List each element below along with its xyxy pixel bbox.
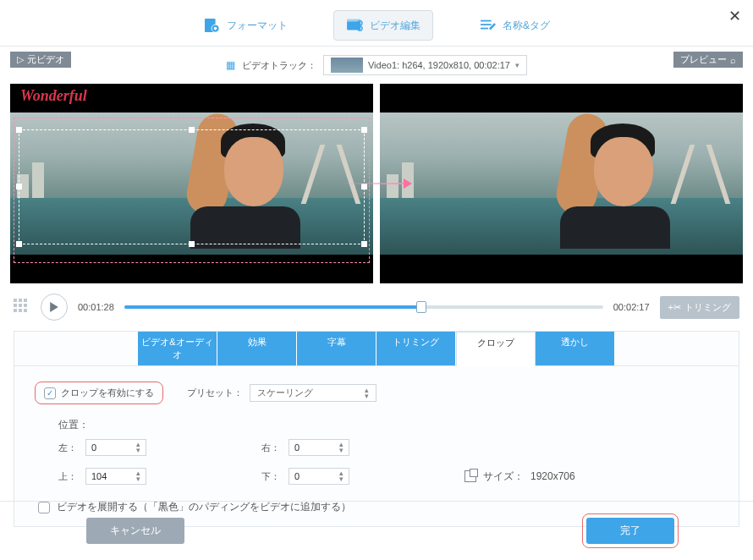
preview-tag: プレビュー ⌕ — [673, 52, 743, 68]
crop-handle[interactable] — [16, 127, 22, 133]
cancel-button[interactable]: キャンセル — [86, 518, 184, 544]
film-strip-icon: ▦ — [226, 59, 235, 71]
track-label: ビデオトラック： — [242, 59, 316, 72]
edit-tabs: ビデオ&オーディオ 効果 字幕 トリミング クロップ 透かし — [14, 332, 739, 366]
tab-format[interactable]: フォーマット — [191, 11, 300, 40]
preview-area: Wonderful — [0, 84, 753, 283]
arrow-right-icon — [339, 183, 410, 184]
edit-tab-va[interactable]: ビデオ&オーディオ — [138, 332, 217, 365]
top-label: 上： — [58, 470, 77, 483]
scissors-plus-icon: +✂ — [668, 302, 681, 313]
left-label: 左： — [58, 442, 77, 454]
left-value: 0 — [91, 442, 96, 453]
stepper-icon[interactable]: ▴▾ — [136, 470, 140, 482]
track-row: ▷ 元ビデオ ▦ ビデオトラック： Video1: h264, 1920x810… — [0, 47, 753, 84]
track-thumb-icon — [331, 58, 363, 73]
stepper-icon[interactable]: ▴▾ — [339, 470, 344, 482]
edit-panel: ビデオ&オーディオ 効果 字幕 トリミング クロップ 透かし クロップを有効にす… — [14, 331, 739, 527]
size-value: 1920x706 — [530, 470, 575, 482]
trim-label: トリミング — [684, 301, 731, 314]
list-pencil-icon — [479, 18, 497, 33]
crop-bounds-inner[interactable] — [19, 129, 365, 244]
edit-tab-crop[interactable]: クロップ — [456, 332, 536, 366]
enable-crop-highlight: クロップを有効にする — [35, 382, 163, 404]
video-track-select[interactable]: Video1: h264, 1920x810, 00:02:17 ▾ — [323, 55, 527, 75]
time-total: 00:02:17 — [613, 302, 650, 312]
stepper-icon[interactable]: ▴▾ — [136, 442, 140, 453]
svg-point-2 — [214, 27, 217, 30]
done-highlight: 完了 — [582, 513, 679, 548]
size-label: サイズ： — [483, 469, 524, 484]
tab-video-edit[interactable]: ビデオ編集 — [333, 10, 433, 41]
crop-handle[interactable] — [16, 241, 22, 247]
magnifier-icon: ⌕ — [730, 55, 736, 65]
edit-tab-watermark[interactable]: 透かし — [536, 332, 615, 365]
chevron-down-icon: ▾ — [515, 61, 519, 69]
left-input[interactable]: 0▴▾ — [85, 439, 146, 456]
grid-icon[interactable] — [14, 299, 30, 316]
crop-handle[interactable] — [189, 241, 195, 247]
done-button[interactable]: 完了 — [586, 518, 674, 544]
result-preview — [380, 84, 743, 283]
seek-fill — [124, 305, 421, 309]
seek-thumb[interactable] — [416, 301, 426, 313]
edit-tab-subtitle[interactable]: 字幕 — [297, 332, 376, 365]
tab-edit-label: ビデオ編集 — [370, 19, 420, 33]
preset-select[interactable]: スケーリング ▴▾ — [250, 384, 376, 402]
preset-label: プリセット： — [187, 387, 243, 399]
transport-bar: 00:01:28 00:02:17 +✂ トリミング — [0, 283, 753, 331]
document-gear-icon — [203, 18, 222, 33]
bottom-value: 0 — [294, 471, 300, 481]
trim-button[interactable]: +✂ トリミング — [660, 296, 739, 319]
source-preview[interactable]: Wonderful — [10, 84, 373, 283]
crop-handle[interactable] — [361, 184, 367, 189]
crop-handle[interactable] — [361, 127, 367, 133]
size-icon — [464, 470, 476, 482]
watermark-text: Wonderful — [20, 87, 87, 105]
crop-handle[interactable] — [189, 127, 195, 133]
track-value: Video1: h264, 1920x810, 00:02:17 — [368, 60, 510, 70]
enable-crop-checkbox[interactable] — [44, 387, 56, 399]
position-label: 位置： — [58, 418, 718, 432]
top-tabs: フォーマット ビデオ編集 名称&タグ — [0, 0, 753, 47]
bottom-input[interactable]: 0▴▾ — [289, 468, 349, 485]
top-input[interactable]: 104▴▾ — [85, 468, 146, 485]
stepper-icon: ▴▾ — [365, 387, 369, 399]
crop-handle[interactable] — [16, 184, 22, 189]
film-scissors-icon — [346, 18, 365, 33]
right-value: 0 — [294, 442, 300, 453]
time-current: 00:01:28 — [78, 302, 114, 312]
video-edit-dialog: ✕ フォーマット ビデオ編集 名称&タグ ▷ 元ビデオ ▦ ビデオトラック： V… — [0, 0, 753, 560]
edit-tab-trim[interactable]: トリミング — [376, 332, 456, 365]
preset-value: スケーリング — [257, 387, 313, 399]
play-icon: ▷ — [17, 54, 24, 65]
tab-format-label: フォーマット — [227, 19, 288, 33]
play-button[interactable] — [41, 294, 68, 321]
tab-tags-label: 名称&タグ — [503, 19, 550, 33]
preview-label: プレビュー — [680, 53, 727, 66]
dialog-footer: キャンセル 完了 — [0, 501, 753, 560]
original-video-tag: ▷ 元ビデオ — [10, 52, 71, 68]
right-input[interactable]: 0▴▾ — [289, 439, 349, 456]
enable-crop-label: クロップを有効にする — [61, 387, 154, 399]
top-value: 104 — [91, 471, 107, 481]
bottom-label: 下： — [261, 470, 280, 483]
close-icon[interactable]: ✕ — [728, 7, 741, 25]
edit-tab-effect[interactable]: 効果 — [217, 332, 297, 365]
seek-slider[interactable] — [124, 305, 603, 309]
right-label: 右： — [261, 442, 280, 454]
original-label: 元ビデオ — [27, 53, 64, 66]
crop-handle[interactable] — [361, 241, 367, 247]
stepper-icon[interactable]: ▴▾ — [339, 442, 344, 453]
tab-name-tags[interactable]: 名称&タグ — [467, 11, 562, 40]
